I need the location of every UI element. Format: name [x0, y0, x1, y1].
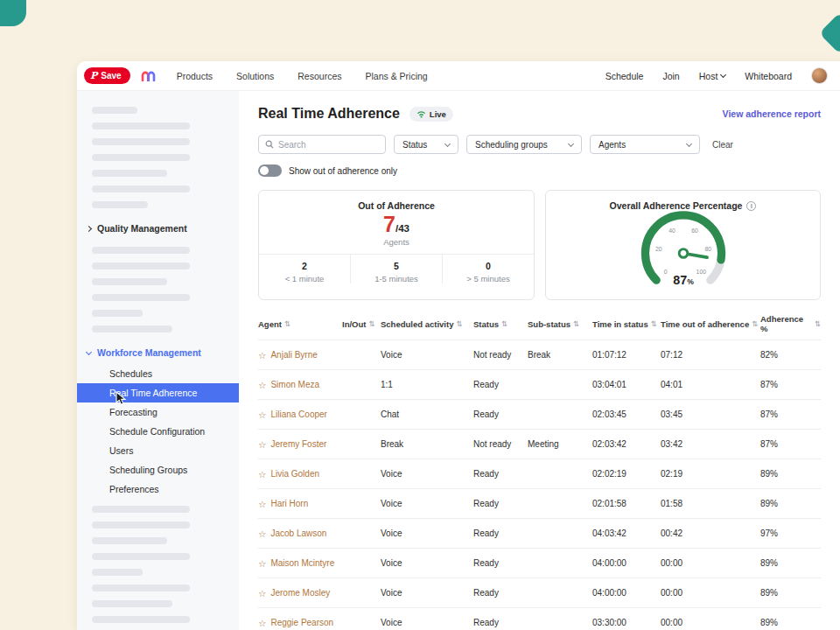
user-avatar[interactable] — [811, 67, 828, 84]
sidebar-item-scheduling-groups[interactable]: Scheduling Groups — [77, 460, 239, 480]
pinterest-save-button[interactable]: P Save — [84, 67, 130, 84]
table-row[interactable]: ☆ Anjali Byrne Voice Not ready Break 01:… — [258, 340, 821, 369]
table-row[interactable]: ☆ Hari Horn Voice Ready 02:01:58 01:58 8… — [258, 488, 821, 518]
nav-link-resources[interactable]: Resources — [298, 71, 341, 81]
clear-filters-link[interactable]: Clear — [712, 140, 733, 150]
star-icon[interactable]: ☆ — [258, 469, 266, 480]
sidebar-item-schedule-configuration[interactable]: Schedule Configuration — [77, 422, 239, 441]
col-time-out-of-adherence[interactable]: Time out of adherence⇅ — [661, 319, 760, 329]
agent-name-link[interactable]: Simon Meza — [270, 380, 319, 389]
agent-cell[interactable]: ☆ Jeremy Foster — [258, 439, 342, 450]
filters-bar: Status Scheduling groups Agents Clear — [258, 135, 821, 154]
col-scheduled-activity[interactable]: Scheduled activity⇅ — [381, 319, 473, 329]
agent-name-link[interactable]: Liliana Cooper — [270, 410, 327, 419]
sidebar-item-preferences[interactable]: Preferences — [77, 480, 239, 499]
live-badge: Live — [410, 107, 453, 122]
brand-logo[interactable] — [141, 70, 156, 81]
nav-link-join[interactable]: Join — [662, 71, 679, 81]
agent-cell[interactable]: ☆ Liliana Cooper — [258, 410, 342, 420]
view-adherence-report-link[interactable]: View adherence report — [723, 108, 821, 119]
agent-name-link[interactable]: Jerome Mosley — [270, 588, 330, 598]
scheduling-groups-dropdown[interactable]: Scheduling groups — [466, 135, 582, 154]
sort-icon[interactable]: ⇅ — [501, 319, 508, 328]
nav-link-schedule[interactable]: Schedule — [606, 71, 644, 81]
agent-name-link[interactable]: Livia Golden — [270, 469, 319, 479]
table-row[interactable]: ☆ Maison Mcintyre Voice Ready 04:00:00 0… — [258, 548, 821, 578]
agents-dropdown[interactable]: Agents — [590, 135, 700, 154]
col-agent[interactable]: Agent⇅ — [258, 319, 342, 329]
star-icon[interactable]: ☆ — [258, 439, 266, 450]
time-out-of-adherence-cell: 03:42 — [661, 439, 760, 449]
nav-link-whiteboard[interactable]: Whiteboard — [745, 71, 792, 81]
sort-icon[interactable]: ⇅ — [368, 319, 374, 328]
col-in-out[interactable]: In/Out⇅ — [342, 319, 381, 329]
scheduled-activity-cell: 1:1 — [381, 380, 473, 389]
nav-link-host[interactable]: Host — [699, 71, 726, 81]
sidebar-item-workforce-management[interactable]: Workforce Management — [77, 341, 239, 364]
nav-links: Products Solutions Resources Plans & Pri… — [177, 71, 428, 81]
status-dropdown[interactable]: Status — [394, 135, 458, 154]
table-row[interactable]: ☆ Livia Golden Voice Ready 02:02:19 02:1… — [258, 458, 821, 488]
breakdown-over-5-minutes: 0 > 5 minutes — [442, 255, 534, 284]
agent-cell[interactable]: ☆ Livia Golden — [258, 469, 342, 480]
col-sub-status[interactable]: Sub-status⇅ — [528, 319, 592, 329]
agent-cell[interactable]: ☆ Hari Horn — [258, 499, 342, 509]
sidebar-item-schedules[interactable]: Schedules — [77, 364, 239, 383]
star-icon[interactable]: ☆ — [258, 380, 266, 390]
col-status[interactable]: Status⇅ — [473, 319, 528, 329]
star-icon[interactable]: ☆ — [258, 528, 266, 539]
sidebar-item-quality-management[interactable]: Quality Management — [77, 217, 239, 240]
status-cell: Ready — [473, 380, 528, 389]
sidebar-item-users[interactable]: Users — [77, 441, 239, 460]
agent-cell[interactable]: ☆ Simon Meza — [258, 380, 342, 390]
search-input[interactable] — [278, 140, 379, 150]
gauge-tick-80: 80 — [704, 246, 711, 252]
star-icon[interactable]: ☆ — [258, 410, 266, 420]
agent-cell[interactable]: ☆ Jacob Lawson — [258, 528, 342, 539]
agent-cell[interactable]: ☆ Reggie Pearson — [258, 618, 342, 628]
sort-icon[interactable]: ⇅ — [456, 319, 462, 328]
agent-name-link[interactable]: Jacob Lawson — [270, 528, 326, 538]
star-icon[interactable]: ☆ — [258, 588, 266, 598]
table-row[interactable]: ☆ Jeremy Foster Break Not ready Meeting … — [258, 429, 821, 458]
agent-cell[interactable]: ☆ Maison Mcintyre — [258, 558, 342, 569]
sort-icon[interactable]: ⇅ — [815, 319, 821, 328]
agent-name-link[interactable]: Anjali Byrne — [270, 350, 317, 360]
info-icon[interactable]: i — [746, 201, 756, 211]
skeleton-bar — [92, 294, 190, 301]
sort-icon[interactable]: ⇅ — [752, 319, 758, 328]
adherence-percent-cell: 87% — [760, 410, 821, 419]
table-row[interactable]: ☆ Liliana Cooper Chat Ready 02:03:45 03:… — [258, 399, 821, 429]
nav-link-plans-pricing[interactable]: Plans & Pricing — [365, 71, 427, 81]
table-row[interactable]: ☆ Simon Meza 1:1 Ready 03:04:01 04:01 87… — [258, 369, 821, 399]
sidebar-item-forecasting[interactable]: Forecasting — [77, 402, 239, 422]
gauge-tick-20: 20 — [654, 246, 662, 252]
status-cell: Ready — [473, 618, 528, 627]
show-out-of-adherence-toggle[interactable] — [258, 164, 282, 177]
sort-icon[interactable]: ⇅ — [651, 319, 657, 328]
agent-name-link[interactable]: Hari Horn — [270, 499, 308, 508]
table-row[interactable]: ☆ Jerome Mosley Voice Ready 04:00:00 00:… — [258, 578, 821, 607]
agent-name-link[interactable]: Reggie Pearson — [270, 618, 333, 627]
sidebar-item-real-time-adherence[interactable]: Real Time Adherence — [77, 383, 239, 402]
col-adherence-percent[interactable]: Adherence %⇅ — [760, 314, 821, 333]
toggle-row: Show out of adherence only — [258, 164, 821, 177]
agent-name-link[interactable]: Maison Mcintyre — [270, 558, 334, 568]
toggle-knob — [260, 166, 269, 175]
agent-name-link[interactable]: Jeremy Foster — [270, 439, 326, 449]
agent-cell[interactable]: ☆ Jerome Mosley — [258, 588, 342, 598]
nav-link-solutions[interactable]: Solutions — [236, 71, 274, 81]
star-icon[interactable]: ☆ — [258, 499, 266, 509]
search-box[interactable] — [258, 135, 386, 154]
sort-icon[interactable]: ⇅ — [573, 319, 579, 328]
star-icon[interactable]: ☆ — [258, 558, 266, 569]
sort-icon[interactable]: ⇅ — [284, 319, 290, 328]
nav-link-products[interactable]: Products — [177, 71, 213, 81]
table-row[interactable]: ☆ Reggie Pearson Voice Ready 03:30:00 00… — [258, 607, 821, 630]
table-row[interactable]: ☆ Jacob Lawson Voice Ready 04:03:42 00:4… — [258, 518, 821, 548]
star-icon[interactable]: ☆ — [258, 618, 266, 628]
agent-cell[interactable]: ☆ Anjali Byrne — [258, 350, 342, 360]
status-cell: Ready — [473, 588, 528, 598]
star-icon[interactable]: ☆ — [258, 350, 266, 360]
col-time-in-status[interactable]: Time in status⇅ — [592, 319, 661, 329]
